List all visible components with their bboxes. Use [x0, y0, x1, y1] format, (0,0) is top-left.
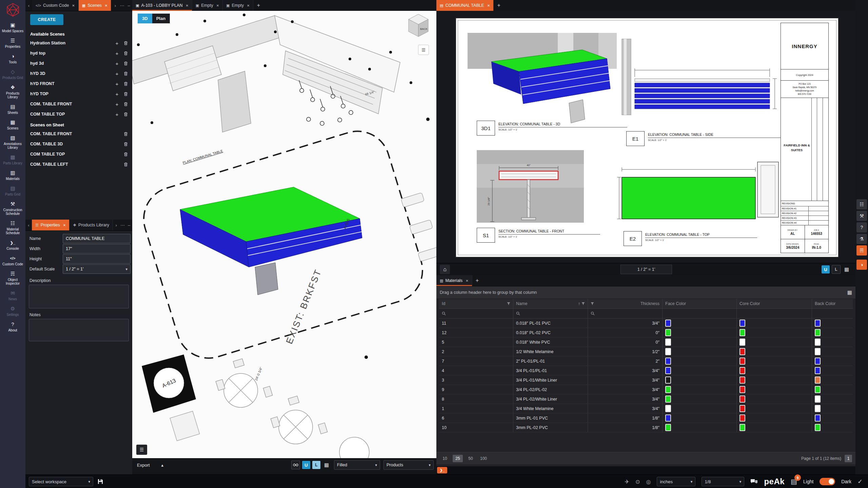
sidebar-item-object-inspector[interactable]: ☴Object Inspector — [0, 268, 25, 288]
scene-row-com-table-3d[interactable]: COM. TABLE 3D — [30, 139, 130, 149]
layer-mode-select[interactable]: Products ▾ — [383, 460, 434, 470]
black-swatch[interactable] — [665, 377, 671, 384]
spectacles-button[interactable] — [291, 461, 300, 469]
table-row[interactable]: 110.018" PL-01 PVC3/4" — [439, 319, 853, 328]
default-scale-select[interactable]: 1 / 2" = 1' ▾ — [63, 264, 131, 274]
green-swatch[interactable] — [815, 424, 821, 431]
green-swatch[interactable] — [739, 424, 745, 431]
page-size-10[interactable]: 10 — [440, 455, 450, 462]
scene-row-hyd-top[interactable]: hYD TOP+ — [30, 89, 130, 99]
sidebar-item-console[interactable]: ❯_Console — [0, 237, 25, 253]
column-header-back-color[interactable]: Back Color — [812, 299, 853, 308]
construction-tools-button[interactable]: ⚒ — [856, 211, 867, 221]
page-1-button[interactable]: 1 — [845, 455, 852, 462]
description-field[interactable] — [29, 285, 129, 308]
red-swatch[interactable] — [739, 405, 745, 412]
blue-swatch[interactable] — [665, 367, 671, 374]
page-size-50[interactable]: 50 — [466, 455, 476, 462]
planet-icon[interactable]: ⊙ — [635, 479, 640, 485]
add-tab-button[interactable]: + — [253, 0, 263, 11]
tab-scenes[interactable]: ▦ Scenes ✕ — [79, 0, 112, 11]
sidebar-item-products-library[interactable]: ❖Products Library — [0, 82, 25, 101]
panel-menu-icon[interactable]: ⋯ — [119, 220, 126, 230]
units-select[interactable]: inches ▾ — [657, 477, 695, 486]
white-swatch[interactable] — [815, 405, 821, 412]
close-icon[interactable]: ✕ — [72, 4, 75, 7]
tab-properties[interactable]: ☰ Properties ✕ — [32, 220, 70, 230]
delete-scene-button[interactable] — [121, 110, 130, 118]
white-swatch[interactable] — [665, 405, 671, 412]
table-row[interactable]: 63mm PL-01 PVC1/8" — [439, 413, 853, 423]
scene-row-com-table-top[interactable]: COM TABLE TOP — [30, 149, 130, 159]
close-icon[interactable]: ✕ — [63, 223, 66, 227]
delete-scene-button[interactable] — [121, 39, 130, 47]
filter-icon[interactable] — [591, 302, 594, 305]
name-filter-input[interactable] — [513, 309, 588, 318]
panel-minimize-icon[interactable]: – — [125, 0, 132, 11]
table-row[interactable]: 93/4 PL-02/PL-023/4" — [439, 385, 853, 394]
workspace-select[interactable]: Select workspace ▾ — [29, 477, 93, 486]
blue-swatch[interactable] — [815, 414, 821, 422]
thickness-filter-input[interactable] — [588, 309, 663, 318]
panel-menu-icon[interactable]: ⋯ — [119, 0, 125, 11]
panel-minimize-icon[interactable]: – — [126, 220, 132, 230]
console-toggle-button[interactable]: ❯_ — [437, 467, 447, 473]
name-field[interactable]: COMMUNAL TABLE — [63, 234, 131, 243]
table-row[interactable]: 103mm PL-02 PVC1/8" — [439, 423, 853, 432]
white-swatch[interactable] — [815, 395, 821, 403]
tab-custom-code[interactable]: </> Custom Code ✕ — [32, 0, 79, 11]
green-swatch[interactable] — [665, 424, 671, 431]
green-swatch[interactable] — [665, 329, 671, 336]
delete-scene-button[interactable] — [121, 140, 130, 148]
material-schedule-button[interactable]: ☷ — [856, 199, 867, 209]
red-swatch[interactable] — [739, 386, 745, 393]
orange-swatch[interactable] — [815, 377, 821, 384]
delete-scene-button[interactable] — [121, 90, 130, 98]
whats-new-button[interactable]: ▤ 9 — [791, 477, 797, 486]
sidebar-item-properties[interactable]: ☰Properties — [0, 35, 25, 51]
grid-group-bar[interactable]: Drag a column header here to group by th… — [436, 286, 855, 299]
white-swatch[interactable] — [665, 348, 671, 355]
grid-toggle-button[interactable]: ▦ — [322, 461, 331, 469]
ruler-button[interactable]: L — [312, 461, 320, 469]
blue-swatch[interactable] — [815, 367, 821, 374]
tab-lobby-plan[interactable]: ▣ A-103 - LOBBY PLAN ✕ — [132, 0, 192, 11]
white-swatch[interactable] — [815, 339, 821, 346]
save-workspace-button[interactable] — [97, 479, 103, 485]
notes-field[interactable] — [29, 319, 129, 341]
labs-button[interactable]: ⚗ — [856, 234, 867, 244]
scene-row-hyd-3d[interactable]: hYD 3D+ — [30, 68, 130, 79]
add-scene-to-sheet-button[interactable]: + — [113, 69, 121, 78]
red-swatch[interactable] — [739, 377, 745, 384]
green-swatch[interactable] — [665, 395, 671, 403]
panel-back-icon[interactable]: ‹ — [25, 220, 32, 230]
delete-scene-button[interactable] — [121, 69, 130, 78]
sidebar-item-construction-schedule[interactable]: ⚒Construction Schedule — [0, 199, 25, 218]
panel-forward-icon[interactable]: › — [112, 0, 119, 11]
sidebar-item-annotations-library[interactable]: ▧Annotations Library — [0, 133, 25, 152]
object-inspector-button[interactable]: ☴ — [856, 245, 867, 256]
filter-icon[interactable] — [581, 302, 585, 305]
blue-swatch[interactable] — [665, 358, 671, 365]
check-icon[interactable]: ✓ — [857, 478, 863, 485]
sidebar-item-scenes[interactable]: ▦Scenes — [0, 117, 25, 133]
add-scene-to-sheet-button[interactable]: + — [113, 110, 121, 118]
grid-toggle-button[interactable]: ▦ — [843, 265, 851, 273]
delete-scene-button[interactable] — [121, 130, 130, 138]
panel-forward-icon[interactable]: › — [113, 220, 119, 230]
column-header-face-color[interactable]: Face Color — [663, 299, 737, 308]
home-button[interactable]: ⌂ — [440, 265, 450, 274]
sidebar-item-sheets[interactable]: ▤Sheets — [0, 101, 25, 117]
white-swatch[interactable] — [739, 339, 745, 346]
page-size-25[interactable]: 25 — [453, 455, 463, 462]
red-swatch[interactable] — [739, 414, 745, 422]
table-row[interactable]: 72" PL-01/PL-012" — [439, 357, 853, 366]
add-scene-to-sheet-button[interactable]: + — [113, 39, 121, 47]
white-swatch[interactable] — [815, 348, 821, 355]
scene-row-com-table-left[interactable]: COM. TABLE LEFT — [30, 159, 130, 169]
white-swatch[interactable] — [665, 339, 671, 346]
id-filter-input[interactable] — [439, 309, 513, 318]
add-scene-to-sheet-button[interactable]: + — [113, 90, 121, 98]
scene-row-com-table-front[interactable]: COM. TABLE FRONT — [30, 129, 130, 139]
chat-icon[interactable] — [750, 479, 758, 485]
